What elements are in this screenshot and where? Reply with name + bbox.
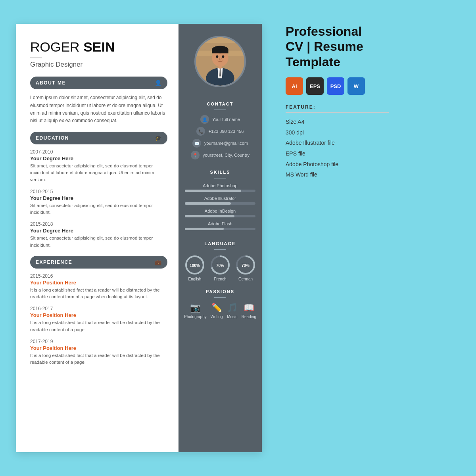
cv-name: ROGER SEIN <box>30 40 167 54</box>
badge-w: W <box>347 77 365 95</box>
book-icon: 📖 <box>244 303 254 313</box>
cv-right-column: CONTACT 👤 Your full name 📞 +123 890 123 … <box>178 24 262 452</box>
lang-english-label: English <box>188 277 202 281</box>
edu-degree-1: Your Degree Here <box>30 155 167 161</box>
cv-wrapper: ROGER SEIN Graphic Designer ABOUT ME 👤 L… <box>16 24 389 452</box>
exp-desc-2: It is a long established fact that a rea… <box>30 319 167 333</box>
feature-divider <box>286 112 389 113</box>
passion-photography-label: Photography <box>184 315 207 319</box>
skill-flash-bar <box>185 228 255 230</box>
feature-title: FEATURE: <box>286 104 389 110</box>
title-line1: Professional <box>286 24 362 38</box>
name-divider <box>30 58 42 58</box>
education-header: EDUCATION 🎓 <box>30 132 167 144</box>
feature-list: Size A4 300 dpi Adobe Illustrator file E… <box>286 117 389 180</box>
skill-illustrator-fill <box>185 202 231 205</box>
lang-english: 100% English <box>184 255 205 281</box>
skill-photoshop-name: Adobe Photoshop <box>185 183 255 188</box>
badge-ai: AI <box>286 77 303 95</box>
cv-card: ROGER SEIN Graphic Designer ABOUT ME 👤 L… <box>16 24 262 452</box>
exp-desc-3: It is a long established fact that a rea… <box>30 352 167 366</box>
skill-photoshop: Adobe Photoshop <box>178 183 262 192</box>
edu-degree-2: Your Degree Here <box>30 195 167 201</box>
exp-item-2: 2016-2017 Your Position Here It is a lon… <box>30 306 167 333</box>
edu-desc-1: Sit amet, consectetur adipisicing elit, … <box>30 163 167 183</box>
exp-item-1: 2015-2016 Your Position Here It is a lon… <box>30 273 167 301</box>
edu-desc-2: Sit amet, consectetur adipisicing elit, … <box>30 202 167 216</box>
job-title: Graphic Designer <box>30 61 167 69</box>
passion-writing-label: Writing <box>211 315 223 319</box>
feature-item-4: EPS file <box>286 148 389 159</box>
experience-label: EXPERIENCE <box>36 259 72 265</box>
passions-title: PASSIONS <box>206 289 234 294</box>
cv-left-column: ROGER SEIN Graphic Designer ABOUT ME 👤 L… <box>16 24 178 452</box>
svg-text:70%: 70% <box>216 263 224 268</box>
about-text: Lorem ipsum dolor sit amet, consectetur … <box>30 94 167 125</box>
exp-position-1: Your Position Here <box>30 280 167 286</box>
skill-indesign-bar <box>185 215 255 217</box>
skills-divider <box>214 178 226 178</box>
title-line2: CV | Resume <box>286 39 363 54</box>
contact-name-text: Your full name <box>212 117 240 122</box>
svg-text:100%: 100% <box>190 263 200 268</box>
passion-reading-label: Reading <box>242 315 256 319</box>
edu-year-3: 2015-2018 <box>30 221 167 227</box>
info-title: Professional CV | Resume Template <box>286 24 389 69</box>
skill-illustrator-bar <box>185 202 255 205</box>
contact-location-icon: 📍 <box>191 151 200 159</box>
skills-title: SKILLS <box>210 170 230 175</box>
feature-item-3: Adobe Illustrator file <box>286 138 389 148</box>
contact-email-icon: ✉️ <box>192 139 201 148</box>
contact-email-text: yourname@gmail.com <box>204 141 248 146</box>
contact-location-text: yourstreet, City, Country <box>203 153 250 157</box>
passions-divider <box>214 297 226 298</box>
skill-illustrator-name: Adobe Illustrator <box>185 196 255 201</box>
graduation-icon: 🎓 <box>155 135 162 141</box>
skill-flash: Adobe Flash <box>178 221 262 230</box>
svg-rect-2 <box>196 37 244 43</box>
contact-divider <box>214 109 226 110</box>
edu-desc-3: Sit amet, consectetur adipisicing elit, … <box>30 235 167 249</box>
profile-photo-area <box>178 24 262 95</box>
feature-item-6: MS Word file <box>286 169 389 180</box>
experience-header: EXPERIENCE 💼 <box>30 256 167 269</box>
edu-item-1: 2007-2010 Your Degree Here Sit amet, con… <box>30 149 167 183</box>
first-name: ROGER <box>30 39 83 54</box>
lang-german-circle: 70% <box>235 255 256 275</box>
contact-phone-text: +123 890 123 456 <box>208 129 244 134</box>
skill-flash-fill <box>185 228 224 230</box>
svg-rect-11 <box>212 50 228 53</box>
language-row: 100% English 70% French <box>180 255 260 281</box>
edu-year-2: 2010-2015 <box>30 189 167 194</box>
skill-illustrator: Adobe Illustrator <box>178 196 262 205</box>
svg-point-13 <box>222 56 225 58</box>
format-badges: AI EPS PSD W <box>286 77 389 95</box>
skill-indesign: Adobe InDesign <box>178 209 262 217</box>
contact-phone-icon: 📞 <box>196 127 205 136</box>
exp-year-2: 2016-2017 <box>30 306 167 311</box>
passion-photography: 📷 Photography <box>184 303 207 319</box>
contact-person-icon: 👤 <box>200 115 209 124</box>
exp-year-1: 2015-2016 <box>30 273 167 279</box>
exp-position-2: Your Position Here <box>30 312 167 318</box>
contact-email: ✉️ yourname@gmail.com <box>186 139 254 148</box>
last-name: SEIN <box>83 39 115 54</box>
skill-photoshop-bar <box>185 190 255 192</box>
exp-position-3: Your Position Here <box>30 345 167 351</box>
passion-music-label: Music <box>227 315 237 319</box>
badge-psd: PSD <box>327 77 344 95</box>
svg-text:70%: 70% <box>242 263 250 268</box>
skill-photoshop-fill <box>185 190 241 192</box>
passion-reading: 📖 Reading <box>242 303 256 319</box>
edu-year-1: 2007-2010 <box>30 149 167 155</box>
svg-point-12 <box>216 56 219 58</box>
edu-item-3: 2015-2018 Your Degree Here Sit amet, con… <box>30 221 167 249</box>
exp-item-3: 2017-2019 Your Position Here It is a lon… <box>30 339 167 366</box>
feature-item-5: Adobe Photoshop file <box>286 159 389 170</box>
exp-year-3: 2017-2019 <box>30 339 167 344</box>
language-title: LANGUAGE <box>205 241 236 246</box>
about-me-header: ABOUT ME 👤 <box>30 77 167 89</box>
lang-french-label: French <box>214 277 226 281</box>
music-icon: 🎵 <box>227 303 238 313</box>
feature-item-1: Size A4 <box>286 117 389 127</box>
